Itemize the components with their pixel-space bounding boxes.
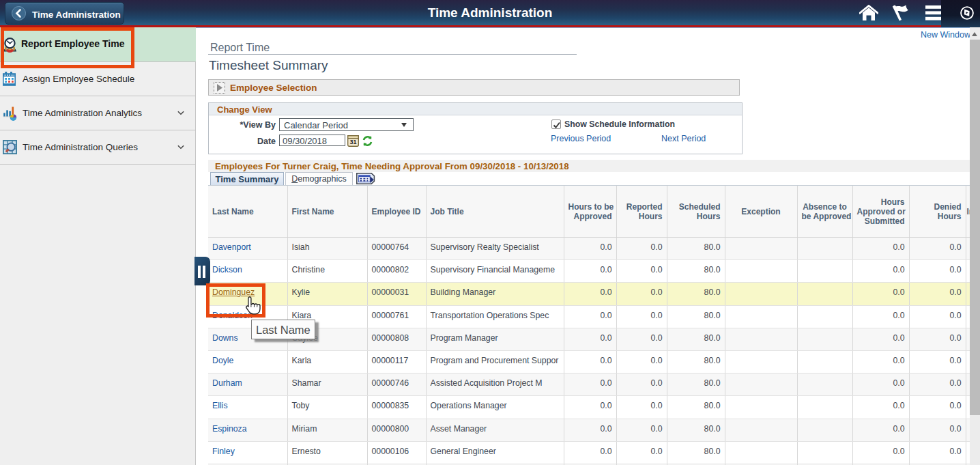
svg-text:31: 31 — [349, 139, 356, 145]
